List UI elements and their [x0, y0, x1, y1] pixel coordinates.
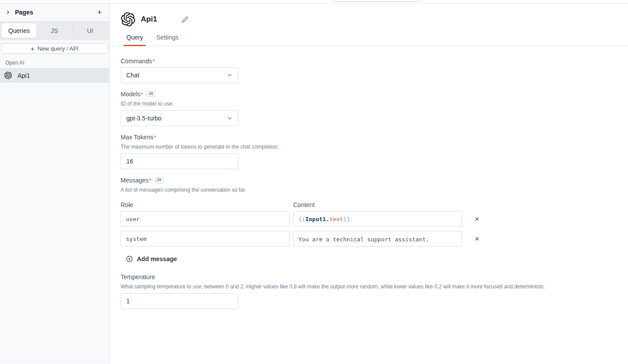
- tab-js-label: JS: [51, 27, 58, 34]
- message-content-input[interactable]: [293, 231, 462, 247]
- openai-logo-icon: [121, 12, 135, 26]
- required-asterisk: *: [141, 91, 143, 98]
- content-column-header: Content: [293, 201, 462, 208]
- chevron-right-icon[interactable]: [5, 10, 11, 15]
- close-icon: ✕: [475, 236, 480, 242]
- chevron-down-icon: [227, 115, 233, 121]
- new-query-label: New query / API: [37, 45, 78, 52]
- plus-icon: +: [31, 45, 35, 52]
- pages-title: Pages: [15, 9, 91, 16]
- tab-settings[interactable]: Settings: [154, 34, 181, 46]
- new-query-button[interactable]: + New query / API: [1, 43, 108, 54]
- messages-rows: {{Input1.text}} ✕ ✕: [121, 211, 628, 247]
- query-form: Commands* Chat Models* JS ID of the mode…: [110, 46, 628, 309]
- messages-label: Messages*: [121, 177, 151, 184]
- circle-plus-icon: [126, 255, 133, 262]
- tab-ui-label: UI: [87, 27, 93, 34]
- field-temperature: Temperature What sampling temperature to…: [121, 273, 628, 309]
- field-commands: Commands* Chat: [121, 58, 628, 83]
- plus-icon: +: [97, 8, 102, 16]
- add-message-button[interactable]: Add message: [126, 255, 177, 262]
- role-column-header: Role: [121, 201, 290, 208]
- tab-query[interactable]: Query: [124, 34, 146, 46]
- models-selected-value: gpt-3.5-turbo: [126, 115, 162, 122]
- close-icon: ✕: [475, 216, 480, 222]
- remove-message-button[interactable]: ✕: [473, 234, 481, 243]
- sidebar: Pages + Queries JS UI + New query / API …: [0, 4, 110, 364]
- query-title: Api1: [141, 15, 157, 24]
- app-window: Pages + Queries JS UI + New query / API …: [0, 4, 628, 364]
- tab-queries-label: Queries: [8, 27, 30, 34]
- sidebar-item-label: Api1: [18, 72, 30, 79]
- tab-ui[interactable]: UI: [73, 23, 108, 38]
- js-toggle-badge[interactable]: JS: [147, 91, 155, 97]
- top-bar: [0, 0, 628, 4]
- sidebar-segmented-control: Queries JS UI: [0, 22, 109, 40]
- field-models: Models* JS ID of the model to use. gpt-3…: [121, 91, 628, 126]
- query-header: Api1: [110, 4, 628, 26]
- pages-header: Pages +: [0, 4, 109, 22]
- edit-name-button[interactable]: [182, 16, 188, 23]
- max-tokens-description: The maximum number of tokens to generate…: [121, 144, 628, 150]
- code-token: text: [329, 216, 343, 222]
- required-asterisk: *: [149, 177, 151, 184]
- code-token: }}: [343, 216, 350, 222]
- models-description: ID of the model to use.: [121, 101, 628, 107]
- required-asterisk: *: [153, 58, 155, 65]
- tab-js[interactable]: JS: [37, 23, 72, 38]
- temperature-description: What sampling temperature to use, betwee…: [121, 284, 628, 290]
- commands-select[interactable]: Chat: [121, 67, 239, 83]
- message-role-input[interactable]: [121, 231, 290, 247]
- commands-selected-value: Chat: [126, 72, 140, 79]
- chevron-down-icon: [227, 72, 233, 78]
- topbar-partial-control[interactable]: [330, 0, 423, 2]
- messages-column-headers: Role Content: [121, 201, 628, 208]
- max-tokens-input[interactable]: [121, 153, 239, 169]
- field-messages: Messages* JS A list of messages comprisi…: [121, 177, 628, 262]
- temperature-label: Temperature: [121, 273, 155, 280]
- required-asterisk: *: [154, 134, 156, 141]
- max-tokens-label: Max Tokens*: [121, 134, 156, 141]
- models-select[interactable]: gpt-3.5-turbo: [121, 110, 239, 126]
- main-panel: Api1 Query Settings Commands* Chat: [110, 4, 628, 364]
- query-group-label: Open AI: [5, 60, 104, 66]
- pencil-icon: [182, 16, 188, 23]
- message-role-input[interactable]: [121, 211, 290, 227]
- commands-label: Commands*: [121, 58, 155, 65]
- messages-description: A list of messages comprising the conver…: [121, 187, 628, 193]
- js-toggle-badge[interactable]: JS: [155, 177, 163, 183]
- add-page-button[interactable]: +: [95, 8, 104, 17]
- sidebar-item-api1[interactable]: Api1: [0, 68, 109, 83]
- field-max-tokens: Max Tokens* The maximum number of tokens…: [121, 134, 628, 169]
- tab-queries[interactable]: Queries: [1, 23, 37, 38]
- code-token: Input1.: [305, 216, 330, 222]
- remove-message-button[interactable]: ✕: [473, 215, 481, 223]
- query-settings-tabs: Query Settings: [110, 26, 628, 46]
- message-content-input[interactable]: {{Input1.text}}: [293, 211, 462, 227]
- code-token: {{: [298, 216, 305, 222]
- openai-logo-icon: [4, 72, 12, 79]
- temperature-input[interactable]: [121, 293, 239, 309]
- models-label: Models*: [121, 91, 143, 98]
- add-message-label: Add message: [137, 255, 177, 262]
